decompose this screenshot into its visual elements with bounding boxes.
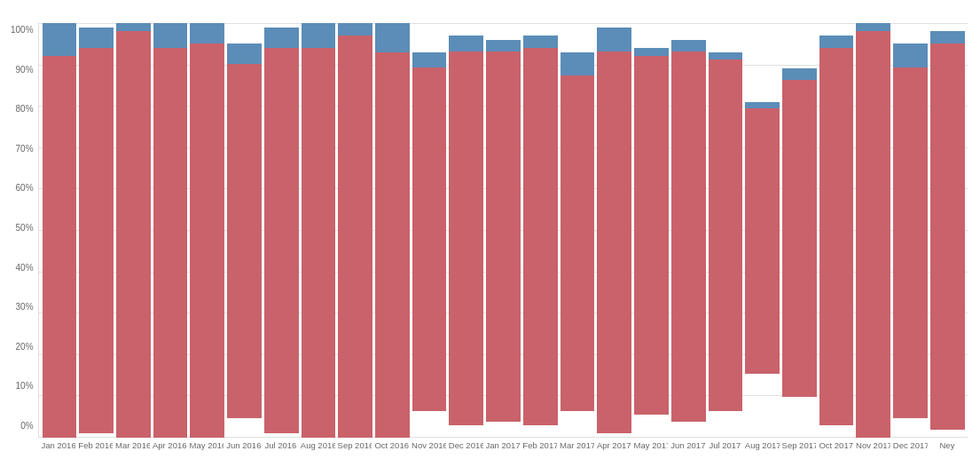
bar-pink [856,31,890,438]
bar-blue [561,52,595,75]
x-axis-label: Mar 2016 [115,440,150,450]
bar-blue [190,23,224,44]
bar-pink [227,64,262,418]
bar-pink [709,59,743,410]
x-axis-label: Jul 2017 [708,440,742,450]
x-axis-label: Nov 2017 [856,440,890,450]
bar-group [930,23,965,438]
x-axis-label: Aug 2017 [745,440,780,450]
bar-blue [893,44,928,67]
bar-pink [745,108,780,374]
bar-stack [227,44,262,438]
bar-stack [43,23,77,438]
chart-body: Jan 2016Feb 2016Mar 2016Apr 2016May 2016… [38,23,968,450]
bar-group [190,23,224,438]
bar-stack [449,36,483,438]
bar-blue [338,23,372,36]
bar-blue [486,40,521,51]
bar-stack [79,28,114,438]
bar-group [302,23,336,438]
bar-pink [893,67,928,418]
bar-pink [449,51,483,425]
x-axis-label: Oct 2016 [374,440,409,450]
bar-group [79,23,114,438]
bar-group [523,23,558,438]
y-axis-label: 20% [11,342,38,352]
y-axis-label: 10% [11,381,38,391]
x-axis: Jan 2016Feb 2016Mar 2016Apr 2016May 2016… [38,440,968,450]
bar-pink [561,75,595,411]
bar-group [597,23,631,438]
x-axis-label: Apr 2017 [597,440,631,450]
bar-pink [190,44,224,438]
bar-blue [856,23,890,31]
bar-group [671,23,706,438]
bar-pink [116,31,151,438]
x-axis-label: Nov 2016 [412,440,446,450]
bar-blue [782,68,817,79]
bar-pink [634,56,669,415]
bar-stack [745,102,780,438]
bar-stack [671,40,706,438]
bar-pink [338,36,372,438]
bar-stack [709,52,743,438]
bar-group [153,23,188,438]
bar-blue [153,23,188,48]
bar-stack [782,68,817,438]
bar-group [782,23,817,438]
y-axis-label: 30% [11,302,38,312]
y-axis-label: 40% [11,263,38,273]
bar-group [486,23,521,438]
bar-pink [819,48,854,426]
bar-group [338,23,372,438]
y-axis-label: 100% [11,25,38,35]
x-axis-label: Jun 2017 [670,440,705,450]
bar-stack [561,52,595,438]
bar-group [856,23,890,438]
x-axis-label: May 2016 [190,440,224,450]
bar-stack [375,23,410,438]
bar-group [709,23,743,438]
bar-pink [43,56,77,438]
bar-pink [153,48,188,438]
bar-blue [412,52,447,67]
y-axis-label: 90% [11,65,38,75]
bar-pink [486,51,521,422]
bar-group [43,23,77,438]
bar-stack [856,23,890,438]
x-axis-label: Oct 2017 [819,440,853,450]
bar-pink [375,52,410,438]
bar-blue [43,23,77,56]
bar-stack [264,28,299,438]
x-axis-label: Sep 2017 [782,440,817,450]
bar-group [375,23,410,438]
y-axis-label: 80% [11,104,38,114]
bar-pink [523,48,558,426]
bar-group [227,23,262,438]
x-axis-label: Feb 2017 [522,440,557,450]
bar-pink [302,48,336,438]
chart-area: 0%10%20%30%40%50%60%70%80%90%100% Jan 20… [11,23,962,450]
bar-blue [597,28,631,52]
x-axis-label: Jan 2016 [42,440,76,450]
x-axis-label: Apr 2016 [153,440,187,450]
bar-blue [302,23,336,48]
bar-blue [116,23,151,31]
bars-row [39,23,968,438]
bar-stack [486,40,521,438]
bar-stack [338,23,372,438]
bar-group [819,23,854,438]
chart-container: 0%10%20%30%40%50%60%70%80%90%100% Jan 20… [0,0,980,459]
bar-group [449,23,483,438]
bars-and-grid [38,23,968,438]
y-axis-label: 50% [11,223,38,233]
bar-group [116,23,151,438]
bar-blue [634,48,669,56]
x-axis-label: May 2017 [634,440,669,450]
x-axis-label: Dec 2017 [893,440,928,450]
bar-stack [153,23,188,438]
x-axis-label: Mar 2017 [560,440,594,450]
x-axis-label: Ney [930,440,965,450]
bar-blue [79,28,114,48]
bar-blue [449,36,483,51]
